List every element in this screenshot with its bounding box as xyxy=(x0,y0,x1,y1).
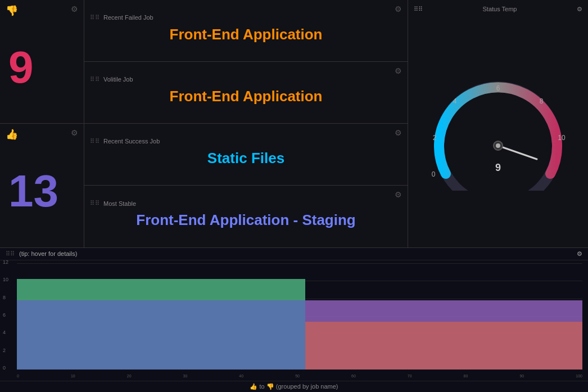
left-panel: 👎 ⚙ 9 👍 ⚙ 13 xyxy=(0,0,84,247)
gauge-dots: ⠿⠿ xyxy=(414,6,423,13)
recent-success-job-panel: ⠿⠿ Recent Success Job ⚙ Static Files xyxy=(84,124,408,186)
volatile-job-title: Front-End Application xyxy=(90,83,402,110)
recent-failed-job-title: Front-End Application xyxy=(90,21,402,48)
svg-line-7 xyxy=(498,146,537,159)
x-label-end: 100 xyxy=(576,374,582,378)
most-stable-job-label: ⠿⠿ Most Stable xyxy=(90,200,402,207)
y-label-0: 0 xyxy=(3,365,6,371)
chart-body: 12 10 8 6 4 2 0 xyxy=(0,260,588,381)
success-stat-box: 👍 ⚙ 13 xyxy=(0,124,84,247)
chart-dots-icon: ⠿⠿ xyxy=(6,250,15,257)
recent-success-job-label: ⠿⠿ Recent Success Job xyxy=(90,138,402,145)
failed-stat-box: 👎 ⚙ 9 xyxy=(0,0,84,124)
y-label-8: 8 xyxy=(3,295,6,300)
y-label-10: 10 xyxy=(3,277,8,282)
y-label-12: 12 xyxy=(3,259,8,265)
dots-icon-3: ⠿⠿ xyxy=(90,138,100,145)
bar-blue[interactable] xyxy=(17,300,305,370)
gauge-header: ⠿⠿ Status Temp ⚙ xyxy=(414,6,582,13)
dots-icon-4: ⠿⠿ xyxy=(90,200,100,207)
dots-icon: ⠿⠿ xyxy=(90,14,100,21)
svg-point-9 xyxy=(496,143,500,148)
chart-header: ⠿⠿ (tip: hover for details) ⚙ xyxy=(0,248,588,260)
dots-icon-2: ⠿⠿ xyxy=(90,76,100,83)
bar-group xyxy=(17,263,582,370)
recent-failed-job-panel: ⠿⠿ Recent Failed Job ⚙ Front-End Applica… xyxy=(84,0,408,62)
dashboard: 👎 ⚙ 9 👍 ⚙ 13 ⠿⠿ Recent Failed Job ⚙ Fron… xyxy=(0,0,588,392)
success-stat-gear-icon[interactable]: ⚙ xyxy=(71,128,78,137)
recent-failed-job-label: ⠿⠿ Recent Failed Job xyxy=(90,14,402,21)
most-stable-job-panel: ⠿⠿ Most Stable ⚙ Front-End Application -… xyxy=(84,186,408,247)
x-axis: 0 10 20 30 40 50 60 70 80 90 100 xyxy=(17,374,582,378)
y-label-2: 2 xyxy=(3,348,6,353)
thumbs-down-icon: 👎 xyxy=(6,4,18,17)
thumbs-up-icon: 👍 xyxy=(6,128,18,141)
middle-panel: ⠿⠿ Recent Failed Job ⚙ Front-End Applica… xyxy=(84,0,408,247)
recent-failed-gear-icon[interactable]: ⚙ xyxy=(395,4,402,13)
y-label-6: 6 xyxy=(3,312,6,318)
chart-gear-icon[interactable]: ⚙ xyxy=(577,250,582,258)
svg-text:6: 6 xyxy=(496,84,500,92)
recent-success-gear-icon[interactable]: ⚙ xyxy=(395,128,402,137)
recent-success-job-title: Static Files xyxy=(90,145,402,172)
svg-text:2: 2 xyxy=(433,134,437,142)
gauge-container: 0 2 4 6 8 10 9 xyxy=(414,16,582,242)
svg-text:10: 10 xyxy=(558,134,566,142)
gauge-panel: ⠿⠿ Status Temp ⚙ xyxy=(408,0,588,247)
svg-text:9: 9 xyxy=(495,162,501,173)
svg-text:4: 4 xyxy=(453,97,457,105)
chart-footer: 👍 to 👎 (grouped by job name) xyxy=(0,381,588,392)
gauge-svg: 0 2 4 6 8 10 9 xyxy=(417,67,580,191)
top-section: 👎 ⚙ 9 👍 ⚙ 13 ⠿⠿ Recent Failed Job ⚙ Fron… xyxy=(0,0,588,247)
success-count: 13 xyxy=(8,169,58,214)
bottom-section: ⠿⠿ (tip: hover for details) ⚙ 12 10 8 6 … xyxy=(0,247,588,392)
svg-text:8: 8 xyxy=(540,97,544,105)
failed-count: 9 xyxy=(8,45,34,90)
chart-tip: (tip: hover for details) xyxy=(19,250,77,257)
bars-container xyxy=(17,263,582,370)
most-stable-job-title: Front-End Application - Staging xyxy=(90,207,402,233)
volatile-job-label: ⠿⠿ Volitile Job xyxy=(90,76,402,83)
bar-salmon[interactable] xyxy=(305,322,582,370)
gauge-gear-icon[interactable]: ⚙ xyxy=(577,6,582,13)
x-label-start: 0 xyxy=(17,374,19,378)
most-stable-gear-icon[interactable]: ⚙ xyxy=(395,190,402,199)
svg-text:0: 0 xyxy=(432,170,436,178)
volatile-gear-icon[interactable]: ⚙ xyxy=(395,66,402,75)
gauge-title: Status Temp xyxy=(483,6,517,13)
y-label-4: 4 xyxy=(3,330,6,335)
failed-stat-gear-icon[interactable]: ⚙ xyxy=(71,4,78,13)
volatile-job-panel: ⠿⠿ Volitile Job ⚙ Front-End Application xyxy=(84,62,408,124)
